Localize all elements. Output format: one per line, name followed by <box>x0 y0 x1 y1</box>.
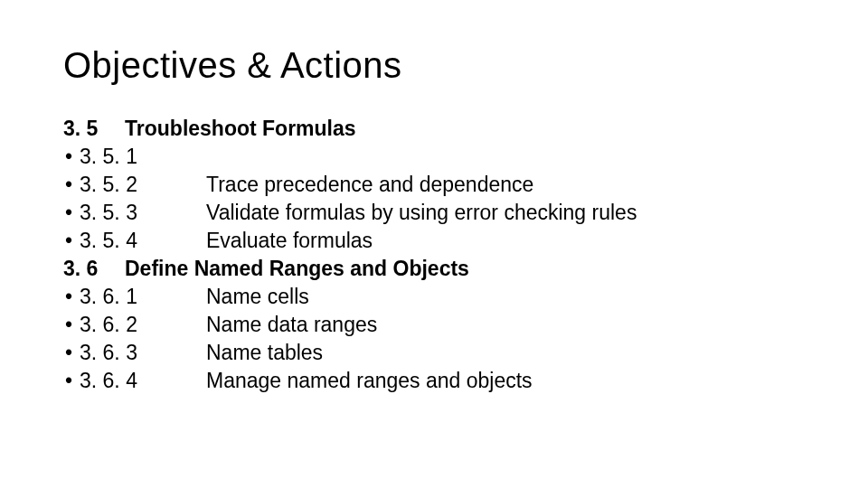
bullet-icon: • <box>63 367 80 395</box>
section-header: 3. 6 Define Named Ranges and Objects <box>63 255 805 283</box>
item-label: Name data ranges <box>206 311 805 339</box>
list-item: • 3. 6. 3 Name tables <box>63 339 805 367</box>
list-item: • 3. 6. 2 Name data ranges <box>63 311 805 339</box>
item-label: Validate formulas by using error checkin… <box>206 199 805 227</box>
section-label: Define Named Ranges and Objects <box>125 255 805 283</box>
list-item: • 3. 5. 3 Validate formulas by using err… <box>63 199 805 227</box>
page-title: Objectives & Actions <box>63 45 805 86</box>
item-number: 3. 6. 3 <box>80 339 206 367</box>
bullet-icon: • <box>63 311 80 339</box>
item-number: 3. 6. 4 <box>80 367 206 395</box>
item-label: Evaluate formulas <box>206 227 805 255</box>
bullet-icon: • <box>63 283 80 311</box>
list-item: • 3. 5. 2 Trace precedence and dependenc… <box>63 171 805 199</box>
item-number: 3. 6. 2 <box>80 311 206 339</box>
section-label: Troubleshoot Formulas <box>125 115 805 143</box>
list-item: • 3. 5. 4 Evaluate formulas <box>63 227 805 255</box>
content-body: 3. 5 Troubleshoot Formulas • 3. 5. 1 • 3… <box>63 115 805 395</box>
bullet-icon: • <box>63 143 80 171</box>
item-number: 3. 5. 2 <box>80 171 206 199</box>
bullet-icon: • <box>63 199 80 227</box>
section-number: 3. 6 <box>63 255 125 283</box>
list-item: • 3. 5. 1 <box>63 143 805 171</box>
item-label: Name tables <box>206 339 805 367</box>
list-item: • 3. 6. 1 Name cells <box>63 283 805 311</box>
item-number: 3. 5. 3 <box>80 199 206 227</box>
section-number: 3. 5 <box>63 115 125 143</box>
item-number: 3. 6. 1 <box>80 283 206 311</box>
bullet-icon: • <box>63 227 80 255</box>
bullet-icon: • <box>63 339 80 367</box>
list-item: • 3. 6. 4 Manage named ranges and object… <box>63 367 805 395</box>
item-number: 3. 5. 4 <box>80 227 206 255</box>
item-label: Manage named ranges and objects <box>206 367 805 395</box>
item-label: Trace precedence and dependence <box>206 171 805 199</box>
item-number: 3. 5. 1 <box>80 143 206 171</box>
item-label: Name cells <box>206 283 805 311</box>
bullet-icon: • <box>63 171 80 199</box>
section-header: 3. 5 Troubleshoot Formulas <box>63 115 805 143</box>
